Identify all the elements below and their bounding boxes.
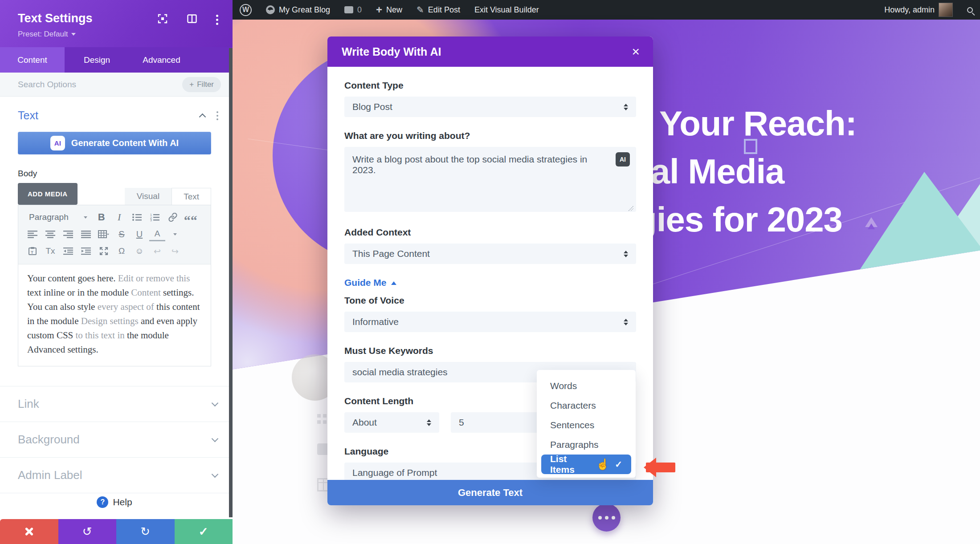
- exit-visual-builder[interactable]: Exit Visual Builder: [467, 0, 546, 20]
- align-center-icon[interactable]: [42, 227, 58, 241]
- added-context-select[interactable]: This Page Content: [344, 244, 636, 264]
- content-type-label: Content Type: [344, 80, 636, 91]
- section-link[interactable]: Link: [0, 386, 233, 422]
- howdy-text: Howdy, admin: [884, 5, 935, 15]
- align-right-icon[interactable]: [60, 227, 76, 241]
- paragraph-style-select[interactable]: Paragraph: [24, 210, 92, 224]
- generate-text-button[interactable]: Generate Text: [327, 480, 653, 505]
- my-account-menu[interactable]: Howdy, admin: [877, 3, 960, 17]
- dropdown-option-sentences[interactable]: Sentences: [541, 415, 631, 435]
- filter-label: Filter: [197, 80, 214, 89]
- numbered-list-icon[interactable]: 123: [147, 210, 163, 224]
- check-icon: ✓: [199, 525, 208, 539]
- content-type-select[interactable]: Blog Post: [344, 97, 636, 117]
- panel-scrollbar[interactable]: [229, 48, 233, 517]
- paste-as-text-icon[interactable]: T: [24, 244, 41, 258]
- clear-formatting-icon[interactable]: Tx: [42, 244, 58, 258]
- writing-about-label: What are you writing about?: [344, 130, 636, 141]
- dropdown-option-characters[interactable]: Characters: [541, 396, 631, 415]
- bold-icon[interactable]: B: [94, 210, 110, 224]
- page-settings-button[interactable]: [592, 503, 621, 532]
- admin-search[interactable]: [960, 7, 980, 13]
- wp-logo-menu[interactable]: W: [233, 0, 259, 20]
- new-content-menu[interactable]: + New: [369, 0, 409, 20]
- underline-icon[interactable]: U: [131, 227, 147, 241]
- editor-tab-visual[interactable]: Visual: [125, 188, 172, 205]
- panel-tabs: Content Design Advanced: [0, 47, 233, 73]
- redo-icon[interactable]: ↪: [167, 244, 183, 258]
- preset-label: Preset: Default: [18, 30, 68, 39]
- collapse-chevron-icon[interactable]: [199, 114, 206, 121]
- undo-button[interactable]: ↺: [58, 519, 117, 544]
- dropdown-option-words[interactable]: Words: [541, 376, 631, 396]
- editor-tab-text[interactable]: Text: [172, 188, 211, 205]
- edit-post-menu[interactable]: ✎ Edit Post: [409, 0, 467, 20]
- discard-button[interactable]: [0, 519, 58, 544]
- filter-button[interactable]: + Filter: [182, 77, 221, 92]
- justify-icon[interactable]: [78, 227, 94, 241]
- link-icon[interactable]: [165, 210, 181, 224]
- tone-select[interactable]: Informative: [344, 312, 636, 332]
- text-section-header: Text: [0, 97, 233, 126]
- site-name-menu[interactable]: My Great Blog: [259, 0, 337, 20]
- color-caret-icon[interactable]: [167, 227, 183, 241]
- section-menu-icon[interactable]: [216, 111, 218, 120]
- caret-down-icon: [71, 33, 76, 38]
- undo-icon[interactable]: ↩: [149, 244, 165, 258]
- redo-button[interactable]: ↻: [116, 519, 175, 544]
- dropdown-option-list-items[interactable]: List Items ☝ ✓: [541, 455, 631, 474]
- panel-menu-icon[interactable]: [216, 15, 218, 25]
- pencil-icon: ✎: [416, 4, 424, 15]
- strikethrough-icon[interactable]: S: [114, 227, 130, 241]
- help-label: Help: [113, 497, 132, 507]
- help-button[interactable]: ? Help: [0, 490, 229, 515]
- bullet-list-icon[interactable]: [129, 210, 145, 224]
- exit-visual-builder-label: Exit Visual Builder: [474, 5, 539, 15]
- search-icon: [967, 7, 973, 13]
- tab-content[interactable]: Content: [0, 47, 65, 73]
- ai-improve-icon[interactable]: AI: [616, 152, 630, 166]
- save-button[interactable]: ✓: [175, 519, 233, 544]
- expand-panel-icon[interactable]: [157, 13, 168, 26]
- close-icon: [24, 527, 34, 536]
- indent-icon[interactable]: [78, 244, 94, 258]
- align-left-icon[interactable]: [24, 227, 41, 241]
- search-options-input[interactable]: [18, 80, 182, 89]
- modal-title: Write Body With AI: [342, 45, 441, 58]
- fullscreen-icon[interactable]: [96, 244, 112, 258]
- tab-advanced[interactable]: Advanced: [129, 47, 194, 73]
- resize-handle[interactable]: [628, 206, 633, 211]
- table-icon[interactable]: [96, 227, 112, 241]
- italic-icon[interactable]: I: [111, 210, 127, 224]
- writing-about-textarea[interactable]: Write a blog post about the top social m…: [344, 147, 636, 212]
- user-avatar: [939, 3, 953, 17]
- comments-menu[interactable]: 0: [337, 0, 369, 20]
- option-groups: Link Background Admin Label: [0, 386, 233, 493]
- outdent-icon[interactable]: [60, 244, 76, 258]
- plus-icon: +: [376, 4, 382, 15]
- guide-me-toggle[interactable]: Guide Me: [344, 277, 636, 288]
- dropdown-option-paragraphs[interactable]: Paragraphs: [541, 435, 631, 455]
- editor-toolbar: Paragraph B I 123 ““: [18, 205, 211, 264]
- generate-content-ai-button[interactable]: AI Generate Content With AI: [18, 132, 211, 154]
- tab-design[interactable]: Design: [65, 47, 129, 73]
- add-media-button[interactable]: ADD MEDIA: [18, 183, 78, 205]
- plus-icon: +: [189, 80, 194, 89]
- svg-text:3: 3: [150, 219, 152, 221]
- body-content-editor[interactable]: Your content goes here. Edit or remove t…: [18, 264, 211, 366]
- text-color-icon[interactable]: A: [149, 227, 165, 241]
- emoji-icon[interactable]: ☺: [131, 244, 147, 258]
- comments-count: 0: [357, 5, 362, 15]
- section-background[interactable]: Background: [0, 422, 233, 458]
- special-char-icon[interactable]: Ω: [114, 244, 130, 258]
- section-admin-label[interactable]: Admin Label: [0, 458, 233, 493]
- site-name: My Great Blog: [279, 5, 330, 15]
- length-unit-select[interactable]: About: [344, 412, 439, 433]
- split-view-icon[interactable]: [187, 13, 197, 26]
- caret-down-icon: [84, 216, 87, 220]
- blockquote-icon[interactable]: ““: [183, 210, 199, 224]
- preset-selector[interactable]: Preset: Default: [18, 30, 233, 39]
- close-icon[interactable]: ×: [632, 45, 640, 58]
- panel-action-bar: ↺ ↻ ✓: [0, 519, 233, 544]
- help-icon: ?: [97, 496, 108, 508]
